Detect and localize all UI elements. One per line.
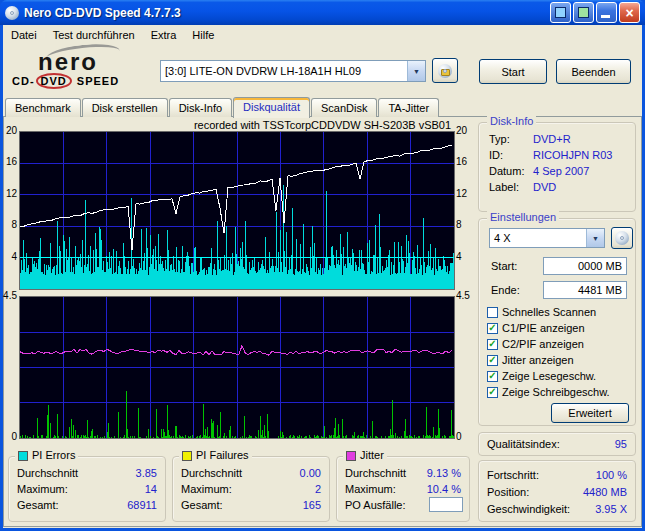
checkbox-box[interactable]: ✓ (487, 355, 498, 366)
stats-row-label: Gesamt: (181, 499, 223, 511)
menu-item-datei[interactable]: Datei (3, 26, 45, 44)
legend-color-chip (182, 451, 192, 461)
disk-info-row-value: DVD+R (533, 133, 571, 145)
checkbox-box[interactable]: ✓ (487, 339, 498, 350)
blue-square-icon (555, 7, 566, 18)
pi-errors-group: PI ErrorsDurchschnitt3.85Maximum:14Gesam… (8, 456, 166, 522)
advanced-button[interactable]: Erweitert (551, 403, 629, 423)
quality-index-group: Qualitätsindex: 95 (478, 432, 636, 456)
green-square-icon (578, 7, 589, 18)
legend-color-chip (18, 451, 28, 461)
stats-row-value: 10.4 % (427, 483, 461, 495)
titlebar-buttons: × (550, 2, 640, 23)
stats-row-label: Maximum: (17, 483, 68, 495)
stats-row: Durchschnitt0.00 (173, 467, 329, 480)
chevron-down-icon[interactable]: ▼ (407, 61, 425, 81)
stats-row-value: 165 (303, 499, 321, 511)
insert-disc-icon (438, 64, 452, 78)
settings-group: Einstellungen 4 X ▼ Start: 0000 MB Ende:… (478, 218, 636, 426)
disk-info-row-label: Datum: (489, 165, 524, 177)
titlebar[interactable]: Nero CD-DVD Speed 4.7.7.3 × (0, 0, 645, 25)
checkbox-schnelles-scannen[interactable]: Schnelles Scannen (487, 305, 596, 319)
checkbox-zeige-schreibgeschw[interactable]: ✓Zeige Schreibgeschw. (487, 385, 610, 399)
progress-row-value: 4480 MB (583, 486, 627, 498)
close-icon: × (625, 5, 633, 21)
po-failures-field (429, 497, 463, 512)
tab-disk-erstellen[interactable]: Disk erstellen (82, 98, 168, 117)
quality-chart-area: 20201616121288444.54.500 (2, 118, 474, 450)
checkbox-c2-pif-anzeigen[interactable]: ✓C2/PIF anzeigen (487, 337, 584, 351)
logo-cd-text: CD- (12, 75, 35, 87)
stats-row-label: Maximum: (181, 483, 232, 495)
disk-info-row: Label:DVD (479, 181, 635, 194)
progress-row-value: 100 % (596, 469, 627, 481)
disk-info-row-value: RICOHJPN R03 (533, 149, 612, 161)
nero-logo: nero CD-DVD SPEED (10, 45, 155, 91)
stats-group-title: Jitter (343, 449, 387, 462)
stats-group-name: PI Errors (32, 449, 75, 462)
checkbox-label: Schnelles Scannen (502, 306, 596, 318)
disk-info-row-value: 4 Sep 2007 (533, 165, 589, 177)
checkbox-label: Jitter anzeigen (502, 354, 574, 366)
y-axis-tick-label: 0 (2, 431, 17, 442)
titlebar-green-window-icon[interactable] (573, 2, 594, 23)
stats-row: Maximum:10.4 % (337, 483, 469, 496)
tab-ta-jitter[interactable]: TA-Jitter (378, 98, 439, 117)
pi-failures-group: PI FailuresDurchschnitt0.00Maximum:2Gesa… (172, 456, 330, 522)
disk-info-group: Disk-Info Typ:DVD+RID:RICOHJPN R03Datum:… (478, 122, 636, 212)
stats-row-value: 3.85 (136, 467, 157, 479)
stats-row: Gesamt:165 (173, 499, 329, 512)
disk-info-row-label: Label: (489, 181, 519, 193)
checkbox-box[interactable]: ✓ (487, 371, 498, 382)
y-axis-tick-label: 20 (456, 125, 474, 136)
menu-item-test-durchführen[interactable]: Test durchführen (45, 26, 143, 44)
progress-group: Fortschritt:100 %Position:4480 MBGeschwi… (478, 460, 636, 522)
y-axis-tick-label: 0 (456, 431, 474, 442)
stats-row: Maximum:14 (9, 483, 165, 496)
menu-item-extra[interactable]: Extra (143, 26, 185, 44)
minimize-button[interactable] (596, 2, 617, 23)
quality-index-value: 95 (615, 438, 627, 450)
logo-speed-text: SPEED (73, 75, 119, 87)
logo-dvd-circled-text: DVD (36, 73, 72, 89)
insert-disc-button[interactable] (432, 58, 458, 83)
y-axis-tick-label: 12 (456, 188, 474, 199)
start-button[interactable]: Start (479, 59, 547, 84)
disk-info-row: Datum:4 Sep 2007 (479, 165, 635, 178)
tab-scandisk[interactable]: ScanDisk (311, 98, 377, 117)
tab-disk-info[interactable]: Disk-Info (169, 98, 232, 117)
stats-row-value: 68911 (127, 499, 157, 511)
checkbox-jitter-anzeigen[interactable]: ✓Jitter anzeigen (487, 353, 574, 367)
y-axis-tick-label: 16 (2, 156, 17, 167)
progress-row-label: Fortschritt: (487, 469, 539, 481)
checkbox-box[interactable]: ✓ (487, 323, 498, 334)
logo-brand-text: nero (38, 48, 98, 76)
stats-row-value: 0.00 (300, 467, 321, 479)
y-axis-tick-label: 8 (2, 219, 17, 230)
checkbox-c1-pie-anzeigen[interactable]: ✓C1/PIE anzeigen (487, 321, 585, 335)
drive-select[interactable]: [3:0] LITE-ON DVDRW LH-18A1H HL09 ▼ (160, 60, 426, 82)
tab-diskqualität[interactable]: Diskqualität (233, 97, 310, 118)
stats-row: Durchschnitt9.13 % (337, 467, 469, 480)
stats-group-name: PI Failures (196, 449, 249, 462)
progress-row-label: Position: (487, 486, 529, 498)
tab-benchmark[interactable]: Benchmark (5, 98, 81, 117)
checkbox-label: Zeige Lesegeschw. (502, 370, 596, 382)
pif-jitter-chart (19, 296, 455, 439)
checkbox-label: C1/PIE anzeigen (502, 322, 585, 334)
close-button[interactable]: × (619, 2, 640, 23)
disk-info-row-label: Typ: (489, 133, 510, 145)
checkbox-label: C2/PIF anzeigen (502, 338, 584, 350)
checkbox-box[interactable]: ✓ (487, 387, 498, 398)
checkbox-zeige-lesegeschw[interactable]: ✓Zeige Lesegeschw. (487, 369, 596, 383)
progress-rows: Fortschritt:100 %Position:4480 MBGeschwi… (479, 461, 635, 521)
app-window: Nero CD-DVD Speed 4.7.7.3 × DateiTest du… (0, 0, 645, 531)
quit-button[interactable]: Beenden (556, 59, 631, 84)
stats-row-value: 2 (315, 483, 321, 495)
checkbox-box[interactable] (487, 307, 498, 318)
titlebar-blue-window-icon[interactable] (550, 2, 571, 23)
progress-row: Geschwindigkeit:3.95 X (479, 503, 635, 516)
y-axis-tick-label: 4 (456, 251, 474, 262)
menu-item-hilfe[interactable]: Hilfe (184, 26, 222, 44)
stats-group-title: PI Failures (179, 449, 252, 462)
